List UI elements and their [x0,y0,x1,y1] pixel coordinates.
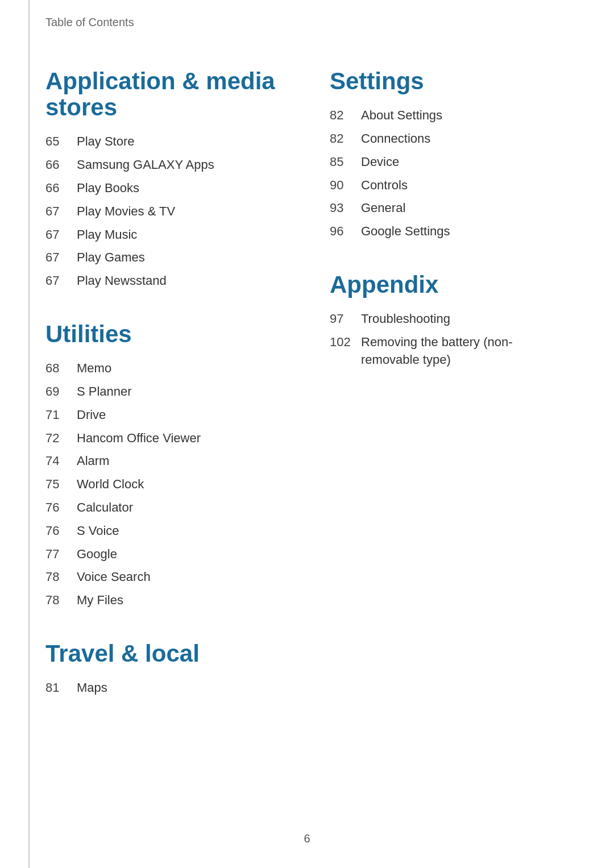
toc-number: 67 [45,226,77,244]
toc-number: 72 [45,430,77,447]
toc-text: Play Movies & TV [77,203,175,221]
toc-number: 71 [45,406,77,424]
toc-item: 74Alarm [45,452,284,470]
section-travel-local: Travel & local81Maps [45,641,284,697]
toc-number: 65 [45,133,77,151]
section-title-appendix: Appendix [330,272,569,298]
right-column: Settings82About Settings82Connections85D… [307,68,569,728]
toc-number: 67 [45,203,77,221]
toc-item: 66Play Books [45,180,284,197]
toc-number: 78 [45,568,77,586]
toc-text: Google Settings [361,223,450,240]
page-container: Table of Contents Application & media st… [0,0,614,868]
toc-text: Play Store [77,133,135,151]
toc-item: 69S Planner [45,383,284,401]
toc-text: S Planner [77,383,132,401]
left-border [28,0,30,868]
toc-number: 74 [45,452,77,470]
toc-text: Alarm [77,452,109,470]
toc-number: 78 [45,592,77,609]
toc-text: My Files [77,592,123,609]
toc-item: 68Memo [45,360,284,377]
toc-text: Device [361,153,399,171]
toc-number: 68 [45,360,77,377]
toc-item: 72Hancom Office Viewer [45,430,284,447]
toc-list-appendix: 97Troubleshooting102Removing the battery… [330,310,569,368]
toc-text: Play Newsstand [77,272,167,290]
section-app-media: Application & media stores65Play Store66… [45,68,284,290]
header-label: Table of Contents [45,16,134,29]
section-utilities: Utilities68Memo69S Planner71Drive72Hanco… [45,321,284,609]
toc-item: 78Voice Search [45,568,284,586]
section-title-settings: Settings [330,68,569,94]
toc-number: 81 [45,679,77,697]
toc-item: 65Play Store [45,133,284,151]
toc-item: 67Play Games [45,249,284,267]
content-area: Application & media stores65Play Store66… [45,68,569,728]
toc-number: 96 [330,223,361,240]
toc-number: 77 [45,546,77,563]
toc-list-app-media: 65Play Store66Samsung GALAXY Apps66Play … [45,133,284,290]
toc-text: S Voice [77,522,119,540]
toc-number: 90 [330,177,361,194]
toc-text: Memo [77,360,111,377]
toc-text: General [361,200,405,217]
toc-item: 82About Settings [330,107,569,124]
toc-list-travel-local: 81Maps [45,679,284,697]
toc-text: Voice Search [77,568,151,586]
toc-item: 77Google [45,546,284,563]
toc-number: 67 [45,272,77,290]
toc-text: Troubleshooting [361,310,450,328]
section-title-app-media: Application & media stores [45,68,284,121]
toc-list-settings: 82About Settings82Connections85Device90C… [330,107,569,240]
toc-number: 66 [45,180,77,197]
toc-text: About Settings [361,107,442,124]
toc-number: 76 [45,522,77,540]
toc-item: 71Drive [45,406,284,424]
toc-text: Hancom Office Viewer [77,430,201,447]
toc-number: 85 [330,153,361,171]
toc-text: Play Games [77,249,145,267]
toc-number: 82 [330,107,361,124]
toc-item: 85Device [330,153,569,171]
toc-text: Maps [77,679,107,697]
toc-text: Google [77,546,117,563]
toc-number: 66 [45,156,77,174]
toc-item: 97Troubleshooting [330,310,569,328]
toc-item: 76S Voice [45,522,284,540]
toc-number: 75 [45,476,77,493]
section-appendix: Appendix97Troubleshooting102Removing the… [330,272,569,369]
toc-text: Controls [361,177,408,194]
toc-text: Connections [361,130,430,148]
toc-item: 90Controls [330,177,569,194]
section-title-travel-local: Travel & local [45,641,284,667]
toc-item: 78My Files [45,592,284,609]
toc-text: Play Books [77,180,139,197]
toc-item: 67Play Music [45,226,284,244]
toc-item: 75World Clock [45,476,284,493]
toc-text: Play Music [77,226,137,244]
section-title-utilities: Utilities [45,321,284,347]
toc-item: 76Calculator [45,499,284,517]
toc-text: Drive [77,406,106,424]
toc-item: 102Removing the battery (non-removable t… [330,334,569,369]
toc-number: 102 [330,334,361,351]
toc-text: Samsung GALAXY Apps [77,156,214,174]
toc-item: 66Samsung GALAXY Apps [45,156,284,174]
toc-number: 82 [330,130,361,148]
toc-text: World Clock [77,476,144,493]
toc-number: 76 [45,499,77,517]
toc-item: 82Connections [330,130,569,148]
toc-item: 93General [330,200,569,217]
toc-item: 81Maps [45,679,284,697]
toc-number: 93 [330,200,361,217]
toc-item: 96Google Settings [330,223,569,240]
section-settings: Settings82About Settings82Connections85D… [330,68,569,240]
toc-number: 69 [45,383,77,401]
toc-text: Removing the battery (non-removable type… [361,334,569,369]
page-number: 6 [304,832,310,845]
left-column: Application & media stores65Play Store66… [45,68,307,728]
toc-number: 97 [330,310,361,328]
toc-list-utilities: 68Memo69S Planner71Drive72Hancom Office … [45,360,284,609]
toc-text: Calculator [77,499,133,517]
